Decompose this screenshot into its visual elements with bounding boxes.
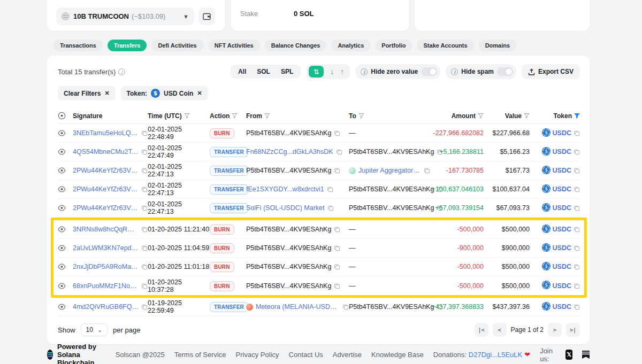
hide-spam-toggle[interactable]: i Hide spam [446, 64, 516, 79]
eye-icon[interactable] [58, 130, 66, 136]
eye-icon[interactable] [58, 149, 66, 155]
sort-both-icon[interactable]: ⇅ [309, 66, 324, 78]
hide-zero-toggle[interactable]: i Hide zero value [355, 64, 440, 79]
sort-asc-icon[interactable]: ↑ [340, 67, 347, 76]
copy-icon[interactable] [574, 245, 580, 251]
token-link[interactable]: USDC [553, 204, 571, 212]
copy-icon[interactable] [574, 205, 580, 211]
eye-icon[interactable] [58, 167, 66, 174]
tab-transfers[interactable]: Transfers [108, 40, 147, 51]
copy-icon[interactable] [334, 264, 340, 270]
from-link[interactable]: Fn68NZzCCg...dGkLA3hsDK [246, 148, 333, 156]
footer-link-contact-us[interactable]: Contact Us [289, 351, 323, 359]
copy-icon[interactable] [141, 149, 148, 155]
token-link[interactable]: USDC [553, 129, 571, 137]
copy-icon[interactable] [574, 130, 580, 136]
token-link[interactable]: USDC [553, 167, 571, 174]
header-signature[interactable]: Signature [73, 112, 148, 120]
segment-spl[interactable]: SPL [276, 66, 299, 77]
token-link[interactable]: USDC [553, 185, 571, 193]
copy-icon[interactable] [141, 167, 148, 174]
segment-sol[interactable]: SOL [251, 66, 276, 77]
tab-defi-activities[interactable]: Defi Activities [151, 40, 203, 51]
clear-filters-chip[interactable]: Clear Filters ✕ [58, 86, 116, 100]
toggle-track[interactable] [421, 67, 437, 76]
copy-icon[interactable] [141, 205, 148, 211]
signature-link[interactable]: 3NRNs8w8hcQqRGH... [73, 226, 139, 233]
donation-address-link[interactable]: D27Dgi...L5EuLK [469, 351, 522, 359]
filter-icon[interactable] [478, 113, 484, 119]
substack-icon[interactable] [582, 351, 590, 359]
tab-stake-accounts[interactable]: Stake Accounts [417, 40, 474, 51]
copy-icon[interactable] [141, 186, 148, 192]
copy-icon[interactable] [334, 130, 340, 136]
tab-analytics[interactable]: Analytics [331, 40, 370, 51]
signature-link[interactable]: 4md2QiVRuGB6FQhf... [73, 303, 139, 311]
token-selector-dropdown[interactable]: 10B TRUMCOON (~$103.09) ▼ [56, 7, 194, 25]
signature-link[interactable]: 2PWu44KeYfZr63V3... [73, 167, 139, 174]
tab-transactions[interactable]: Transactions [54, 40, 103, 51]
copy-icon[interactable] [327, 205, 334, 211]
signature-link[interactable]: 2PWu44KeYfZr63V3... [73, 185, 139, 193]
eye-icon[interactable] [58, 264, 66, 270]
last-page-button[interactable]: >| [566, 323, 580, 337]
copy-icon[interactable] [574, 264, 580, 270]
footer-link-privacy-policy[interactable]: Privacy Policy [236, 351, 279, 359]
wallet-button[interactable] [198, 7, 215, 25]
token-link[interactable]: USDC [553, 148, 571, 156]
copy-icon[interactable] [327, 186, 333, 192]
tab-nft-activities[interactable]: NFT Activities [208, 40, 260, 51]
copy-icon[interactable] [141, 226, 148, 233]
token-link[interactable]: USDC [553, 282, 571, 290]
eye-icon[interactable] [58, 186, 66, 192]
eye-icon[interactable] [58, 112, 66, 120]
copy-icon[interactable] [574, 283, 580, 289]
eye-icon[interactable] [58, 205, 66, 211]
copy-icon[interactable] [141, 283, 148, 289]
filter-icon[interactable] [358, 113, 364, 119]
segment-all[interactable]: All [233, 66, 251, 77]
page-size-select[interactable]: 10 ⌄ [81, 323, 108, 336]
from-link[interactable]: fEe1SXYGDY...w8xdrctvi1 [246, 185, 324, 193]
signature-link[interactable]: 68xnPuoMMzF1Nos... [73, 282, 139, 290]
sort-desc-icon[interactable]: ↓ [330, 67, 334, 76]
export-csv-button[interactable]: Export CSV [522, 64, 580, 79]
copy-icon[interactable] [334, 167, 340, 174]
eye-icon[interactable] [58, 226, 66, 233]
footer-link-knowledge-base[interactable]: Knowledge Base [371, 351, 424, 359]
copy-icon[interactable] [574, 186, 580, 192]
token-link[interactable]: USDC [553, 226, 571, 233]
info-icon[interactable]: i [118, 68, 125, 75]
token-link[interactable]: USDC [553, 263, 571, 270]
filter-icon-active[interactable] [574, 113, 580, 119]
close-icon[interactable]: ✕ [197, 90, 202, 97]
footer-link-terms-of-service[interactable]: Terms of Service [174, 351, 226, 359]
filter-icon[interactable] [232, 113, 238, 119]
copy-icon[interactable] [141, 130, 148, 136]
signature-link[interactable]: 2PWu44KeYfZr63V3... [73, 204, 139, 212]
filter-icon[interactable] [184, 113, 190, 119]
copy-icon[interactable] [336, 149, 342, 155]
next-page-button[interactable]: > [548, 323, 562, 337]
eye-icon[interactable] [58, 283, 66, 289]
prev-page-button[interactable]: < [493, 323, 507, 337]
signature-link[interactable]: 2nxJjDbP5A9RoMaN... [73, 263, 139, 270]
from-link[interactable]: Meteora (MELANIA-USDC) Ma... [256, 303, 340, 311]
copy-icon[interactable] [334, 245, 340, 251]
copy-icon[interactable] [424, 167, 430, 174]
tab-portfolio[interactable]: Portfolio [375, 40, 412, 51]
filter-icon[interactable] [524, 113, 530, 119]
copy-icon[interactable] [141, 264, 148, 270]
copy-icon[interactable] [342, 304, 349, 310]
signature-link[interactable]: 3NEbTamu5eHoLQC... [73, 129, 139, 137]
toggle-track[interactable] [497, 67, 513, 76]
tab-balance-changes[interactable]: Balance Changes [265, 40, 327, 51]
close-icon[interactable]: ✕ [104, 90, 109, 97]
signature-link[interactable]: 4QS54MbneCMu2Tc... [73, 148, 139, 156]
token-link[interactable]: USDC [553, 244, 571, 252]
copy-icon[interactable] [141, 304, 148, 310]
copy-icon[interactable] [574, 149, 580, 155]
to-link[interactable]: Jupiter Aggregator Authority 11 [358, 167, 421, 174]
first-page-button[interactable]: |< [475, 323, 488, 337]
copy-icon[interactable] [574, 167, 580, 174]
